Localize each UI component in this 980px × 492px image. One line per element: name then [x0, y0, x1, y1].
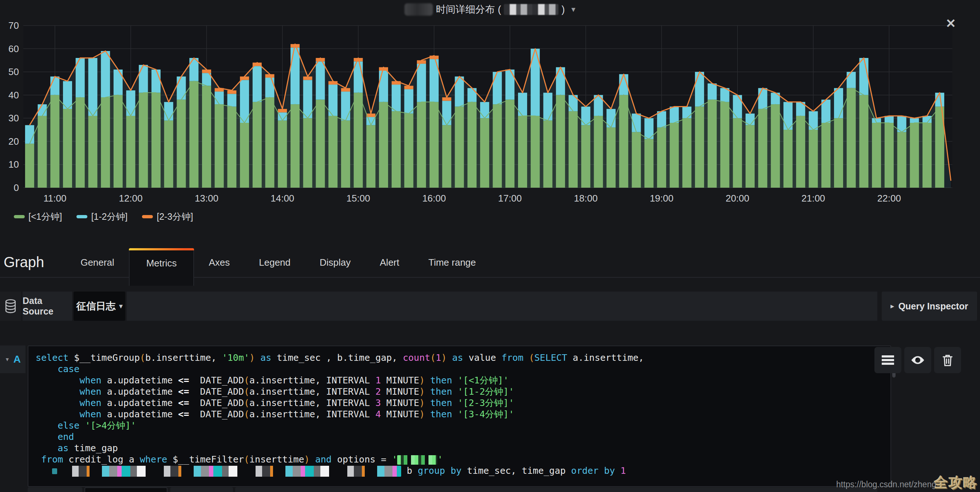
- legend-label: [1-2分钟]: [91, 211, 127, 223]
- datasource-spacer: [127, 292, 877, 321]
- svg-text:19:00: 19:00: [650, 193, 673, 204]
- chart-svg: 01020304050607011:0012:0013:0014:0015:00…: [0, 14, 980, 219]
- watermark-url: https://blog.csdn.net/zheng: [836, 479, 936, 489]
- panel-title-paren-open: (: [498, 4, 501, 15]
- watermark: https://blog.csdn.net/zheng 全攻略: [836, 473, 978, 492]
- eye-icon: [910, 353, 925, 367]
- legend-label: [2-3分钟]: [156, 211, 193, 223]
- bottom-row-segment[interactable]: [170, 487, 233, 492]
- redacted-string-mosaic: [397, 455, 437, 465]
- svg-text:16:00: 16:00: [422, 193, 446, 204]
- sql-query-editor[interactable]: select $__timeGroup(b.inserttime, '10m')…: [28, 345, 891, 487]
- svg-text:50: 50: [8, 66, 19, 77]
- legend-color-dash: [14, 215, 25, 218]
- tab-legend[interactable]: Legend: [244, 257, 305, 268]
- svg-text:20: 20: [8, 136, 19, 147]
- svg-text:40: 40: [8, 89, 19, 101]
- svg-text:18:00: 18:00: [574, 193, 598, 204]
- legend-color-dash: [76, 215, 88, 218]
- bottom-row-segment: [235, 487, 877, 492]
- tab-alert[interactable]: Alert: [365, 257, 414, 268]
- svg-text:10: 10: [8, 159, 19, 170]
- watermark-overlay-text: 全攻略: [934, 473, 978, 492]
- legend-color-dash: [142, 215, 153, 218]
- tab-time-range[interactable]: Time range: [414, 257, 491, 268]
- svg-text:11:00: 11:00: [43, 193, 66, 204]
- tab-metrics[interactable]: Metrics: [129, 248, 194, 286]
- panel-editor-tabbar: Graph GeneralMetricsAxesLegendDisplayAle…: [0, 237, 980, 278]
- close-editor-icon[interactable]: ✕: [946, 16, 956, 30]
- collapse-caret-icon[interactable]: ▼: [5, 356, 10, 362]
- svg-text:12:00: 12:00: [119, 193, 143, 204]
- caret-down-icon: ▾: [119, 302, 123, 310]
- svg-text:70: 70: [8, 20, 19, 31]
- trash-icon: [941, 353, 954, 367]
- datasource-row: Data Source 征信日志 ▾ ▸ Query Inspector: [0, 292, 980, 321]
- query-menu-button[interactable]: [874, 347, 901, 373]
- bottom-row-segment-active[interactable]: [84, 487, 167, 492]
- query-delete-button[interactable]: [934, 347, 961, 373]
- tab-axes[interactable]: Axes: [194, 257, 244, 268]
- datasource-label: Data Source: [22, 292, 72, 321]
- caret-right-icon: ▸: [891, 302, 894, 310]
- panel-type-title: Graph: [4, 254, 44, 270]
- sql-query-text[interactable]: select $__timeGroup(b.inserttime, '10m')…: [29, 346, 891, 479]
- svg-text:30: 30: [8, 113, 19, 123]
- query-toggle-visibility-button[interactable]: [904, 347, 931, 373]
- query-ref-letter: A: [13, 353, 21, 365]
- database-icon: [0, 292, 21, 321]
- query-inspector-label: Query Inspector: [899, 301, 968, 311]
- tab-display[interactable]: Display: [305, 257, 365, 268]
- svg-text:0: 0: [14, 182, 19, 193]
- redacted-code-mosaic: [63, 466, 401, 477]
- legend-item[interactable]: [<1分钟]: [14, 211, 62, 223]
- panel-title-text: 时间详细分布: [436, 3, 495, 16]
- legend-item[interactable]: [2-3分钟]: [142, 211, 193, 223]
- svg-text:13:00: 13:00: [195, 193, 218, 204]
- panel-title-paren-close: ): [562, 4, 565, 15]
- panel-menu-caret-icon[interactable]: ▾: [571, 5, 575, 14]
- svg-text:60: 60: [8, 43, 19, 54]
- legend-item[interactable]: [1-2分钟]: [76, 211, 127, 223]
- svg-text:15:00: 15:00: [347, 193, 370, 204]
- redacted-title-value: [504, 4, 558, 15]
- datasource-select[interactable]: 征信日志 ▾: [73, 292, 125, 321]
- redacted-code-fragment: [52, 468, 57, 474]
- svg-text:17:00: 17:00: [498, 193, 522, 204]
- chart-legend: [<1分钟][1-2分钟][2-3分钟]: [14, 211, 193, 223]
- svg-text:21:00: 21:00: [802, 193, 825, 204]
- redacted-title-prefix: [404, 3, 433, 16]
- svg-text:20:00: 20:00: [725, 193, 749, 204]
- svg-text:14:00: 14:00: [270, 193, 294, 204]
- legend-label: [<1分钟]: [29, 211, 62, 223]
- svg-text:22:00: 22:00: [877, 193, 901, 204]
- bottom-row-segment[interactable]: [28, 487, 82, 492]
- query-collapse-handle[interactable]: ▼ A: [0, 345, 25, 373]
- menu-icon: [882, 355, 894, 365]
- query-inspector-button[interactable]: ▸ Query Inspector: [882, 292, 977, 321]
- tab-general[interactable]: General: [66, 257, 129, 268]
- time-distribution-chart: 01020304050607011:0012:0013:0014:0015:00…: [0, 14, 980, 219]
- datasource-value: 征信日志: [76, 300, 115, 313]
